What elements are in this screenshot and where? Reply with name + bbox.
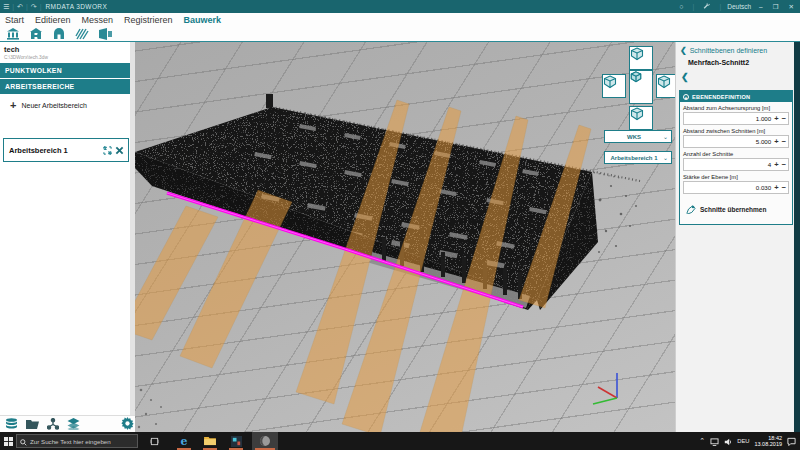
house-entry-icon[interactable]: [29, 28, 43, 40]
tab-database-icon[interactable]: [5, 416, 18, 434]
menu-editieren[interactable]: Editieren: [35, 15, 71, 25]
tab-connections-icon[interactable]: [47, 416, 59, 434]
plane-definition-group: ▴ EBENENDEFINITION Abstand zum Achsenurs…: [679, 90, 793, 225]
start-button[interactable]: [0, 432, 16, 450]
chevron-down-icon: ⌄: [663, 133, 671, 140]
section-punktwolken[interactable]: PUNKTWOLKEN: [0, 63, 135, 78]
menu-registrieren[interactable]: Registrieren: [124, 15, 173, 25]
plane-definition-header[interactable]: ▴ EBENENDEFINITION: [680, 91, 792, 102]
taskbar-search-box[interactable]: Zur Suche Text hier eingeben: [16, 434, 138, 448]
decrement-button[interactable]: −: [782, 138, 786, 146]
increment-button[interactable]: +: [774, 115, 778, 123]
section-count-input[interactable]: 4 + −: [683, 158, 789, 171]
redo-icon[interactable]: ↷: [31, 0, 37, 13]
collapse-circle-icon: ▴: [683, 94, 689, 100]
plane-thickness-input[interactable]: 0.030 + −: [683, 181, 789, 194]
volume-icon[interactable]: [724, 432, 732, 450]
axis-origin-distance-input[interactable]: 1.000 + −: [683, 112, 789, 125]
field-plane-thickness: Stärke der Ebene [m] 0.030 + −: [680, 171, 792, 194]
increment-button[interactable]: +: [774, 161, 778, 169]
apply-sections-button[interactable]: Schnitte übernehmen: [680, 194, 792, 224]
close-button[interactable]: ✕: [787, 3, 796, 11]
workspace-dropdown[interactable]: Arbeitsbereich 1 ⌄: [604, 151, 672, 164]
collapse-panel-button[interactable]: ❮: [676, 66, 795, 82]
chevron-left-icon: ❮: [680, 46, 687, 55]
field-axis-origin-distance: Abstand zum Achsenursprung [m] 1.000 + −: [680, 102, 792, 125]
delete-workspace-icon[interactable]: [115, 141, 124, 159]
pinned-app-icon[interactable]: [226, 432, 246, 450]
hamburger-menu-icon[interactable]: ☰: [3, 0, 9, 13]
minimize-button[interactable]: –: [757, 3, 765, 10]
section-arbeitsbereiche[interactable]: ARBEITSBEREICHE: [0, 79, 135, 94]
search-icon: [20, 432, 27, 450]
axis-triad-icon: [593, 373, 617, 404]
file-explorer-icon[interactable]: [200, 432, 220, 450]
maximize-button[interactable]: ❐: [771, 3, 781, 11]
decrement-button[interactable]: −: [782, 184, 786, 192]
section-set-name: Mehrfach-Schnitt2: [676, 55, 795, 66]
field-distance-between-sections: Abstand zwischen Schnitten [m] 5.000 + −: [680, 125, 792, 148]
window-edge-strip: [794, 42, 800, 432]
decrement-button[interactable]: −: [782, 161, 786, 169]
chevron-down-icon: ⌄: [663, 154, 671, 161]
section-planes-panel: ❮ Schnittebenen definieren Mehrfach-Schn…: [675, 42, 795, 432]
app-title: RMDATA 3DWORX: [46, 3, 108, 10]
taskbar-clock[interactable]: 18:42 13.08.2019: [754, 435, 782, 448]
rmdata-3dworx-window: ☰ | ↶ | ↷ | RMDATA 3DWORX ○ | | Deutsch …: [0, 0, 800, 450]
action-center-icon[interactable]: [787, 432, 796, 450]
prism-extrude-icon[interactable]: [98, 28, 113, 40]
search-placeholder: Zur Suche Text hier eingeben: [30, 438, 111, 445]
panel-back-button[interactable]: ❮ Schnittebenen definieren: [676, 42, 795, 55]
project-name: tech: [4, 45, 131, 54]
menu-start[interactable]: Start: [5, 15, 24, 25]
roof-antenna: [266, 94, 273, 108]
dome-house-icon[interactable]: [52, 28, 66, 40]
project-card[interactable]: tech C:\3DWorx\tech.3dw: [0, 42, 135, 62]
pavilion-building-icon[interactable]: [6, 28, 20, 40]
network-icon[interactable]: [710, 432, 719, 450]
sidebar-tab-strip: [0, 415, 140, 433]
scene-graphics: [135, 42, 675, 432]
tray-expand-chevron[interactable]: ⌃: [699, 437, 705, 445]
menu-bauwerk[interactable]: Bauwerk: [184, 15, 222, 25]
zoom-to-fit-icon[interactable]: [103, 141, 112, 159]
ribbon-toolbar: [0, 26, 800, 41]
language-indicator[interactable]: DEU: [737, 438, 749, 444]
section-spacing-input[interactable]: 5.000 + −: [683, 135, 789, 148]
field-section-count: Anzahl der Schnitte 4 + −: [680, 148, 792, 171]
workspace-item[interactable]: Arbeitsbereich 1: [3, 138, 129, 162]
viewcube-center-button[interactable]: [629, 70, 653, 104]
stamp-icon: [686, 200, 696, 218]
increment-button[interactable]: +: [774, 184, 778, 192]
viewcube-left-button[interactable]: [602, 74, 626, 98]
title-bar: ☰ | ↶ | ↷ | RMDATA 3DWORX ○ | | Deutsch …: [0, 0, 800, 13]
viewport-3d-canvas[interactable]: WKS ⌄ Arbeitsbereich 1 ⌄: [135, 42, 675, 432]
windows-taskbar: Zur Suche Text hier eingeben e ⌃: [0, 432, 800, 450]
edge-browser-icon[interactable]: e: [174, 432, 194, 450]
tab-folder-icon[interactable]: [26, 416, 39, 434]
hatching-section-icon[interactable]: [75, 28, 89, 40]
menu-bar: Start Editieren Messen Registrieren Bauw…: [0, 13, 800, 26]
viewcube-bottom-button[interactable]: [629, 106, 653, 130]
wrench-icon[interactable]: [703, 0, 710, 13]
menu-messen[interactable]: Messen: [82, 15, 114, 25]
project-sidebar: tech C:\3DWorx\tech.3dw PUNKTWOLKEN ARBE…: [0, 42, 136, 415]
tab-layers-icon[interactable]: [67, 416, 80, 434]
viewcube-top-button[interactable]: [629, 46, 653, 70]
language-button[interactable]: Deutsch: [727, 3, 751, 10]
plus-icon: +: [10, 101, 16, 110]
decrement-button[interactable]: −: [782, 115, 786, 123]
new-workspace-button[interactable]: + Neuer Arbeitsbereich: [0, 94, 135, 110]
viewcube-right-button[interactable]: [656, 74, 675, 98]
task-view-button[interactable]: [144, 432, 164, 450]
project-path: C:\3DWorx\tech.3dw: [4, 55, 131, 60]
undo-icon[interactable]: ↶: [17, 0, 23, 13]
active-app-3dworx-icon[interactable]: [252, 432, 278, 450]
increment-button[interactable]: +: [774, 138, 778, 146]
crs-dropdown[interactable]: WKS ⌄: [604, 130, 672, 143]
sync-icon[interactable]: ○: [679, 0, 683, 13]
